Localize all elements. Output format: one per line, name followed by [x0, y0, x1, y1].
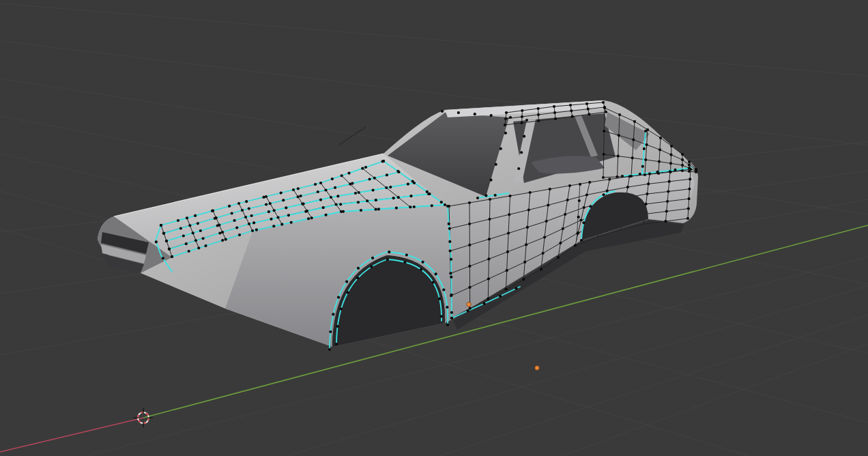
mesh-vertex[interactable]	[589, 205, 592, 208]
mesh-vertex[interactable]	[371, 257, 374, 259]
mesh-vertex[interactable]	[432, 281, 435, 284]
mesh-vertex[interactable]	[354, 192, 357, 195]
mesh-vertex[interactable]	[194, 239, 197, 242]
mesh-vertex[interactable]	[526, 226, 529, 229]
mesh-vertex[interactable]	[192, 231, 194, 234]
mesh-vertex[interactable]	[372, 189, 375, 192]
mesh-vertex[interactable]	[265, 203, 267, 205]
mesh-vertex[interactable]	[238, 233, 241, 236]
mesh-vertex[interactable]	[695, 171, 697, 173]
mesh-vertex[interactable]	[334, 203, 337, 205]
mesh-vertex[interactable]	[282, 199, 285, 201]
mesh-vertex[interactable]	[262, 196, 265, 199]
mesh-vertex[interactable]	[504, 124, 506, 126]
mesh-vertex[interactable]	[329, 330, 332, 333]
mesh-vertex[interactable]	[557, 256, 560, 259]
mesh-vertex[interactable]	[521, 109, 523, 112]
mesh-vertex[interactable]	[265, 195, 267, 198]
mesh-vertex[interactable]	[508, 213, 510, 216]
mesh-vertex[interactable]	[361, 167, 364, 170]
mesh-vertex[interactable]	[360, 209, 362, 212]
mesh-vertex[interactable]	[358, 191, 360, 194]
mesh-vertex[interactable]	[468, 223, 471, 225]
mesh-vertex[interactable]	[681, 153, 684, 156]
mesh-vertex[interactable]	[468, 286, 471, 289]
mesh-vertex[interactable]	[366, 199, 368, 202]
mesh-vertex[interactable]	[577, 216, 580, 218]
mesh-vertex[interactable]	[504, 132, 507, 134]
mesh-vertex[interactable]	[529, 191, 532, 194]
mesh-vertex[interactable]	[450, 317, 453, 319]
mesh-vertex[interactable]	[670, 145, 673, 147]
mesh-vertex[interactable]	[185, 242, 188, 245]
mesh-vertex[interactable]	[646, 193, 648, 195]
mesh-vertex[interactable]	[688, 160, 691, 163]
mesh-vertex[interactable]	[375, 199, 377, 201]
mesh-vertex[interactable]	[155, 240, 158, 243]
mesh-vertex[interactable]	[336, 325, 339, 328]
mesh-vertex[interactable]	[523, 135, 525, 138]
mesh-vertex[interactable]	[580, 239, 583, 242]
mesh-vertex[interactable]	[382, 160, 385, 162]
mesh-vertex[interactable]	[435, 272, 437, 275]
3d-viewport[interactable]	[0, 0, 868, 456]
mesh-vertex[interactable]	[542, 252, 545, 255]
mesh-vertex[interactable]	[431, 204, 433, 207]
mesh-vertex[interactable]	[276, 216, 279, 218]
mesh-vertex[interactable]	[325, 214, 328, 216]
mesh-vertex[interactable]	[450, 294, 453, 296]
mesh-vertex[interactable]	[248, 208, 250, 210]
mesh-vertex[interactable]	[689, 177, 691, 180]
mesh-vertex[interactable]	[488, 238, 491, 240]
mesh-vertex[interactable]	[537, 113, 540, 116]
mesh-vertex[interactable]	[585, 102, 588, 105]
mesh-vertex[interactable]	[588, 113, 590, 115]
mesh-vertex[interactable]	[357, 201, 360, 203]
mesh-vertex[interactable]	[160, 224, 162, 227]
mesh-vertex[interactable]	[669, 162, 672, 165]
mesh-vertex[interactable]	[488, 218, 491, 220]
mesh-vertex[interactable]	[409, 205, 411, 208]
mesh-vertex[interactable]	[666, 200, 669, 203]
mesh-vertex[interactable]	[606, 190, 609, 193]
mesh-vertex[interactable]	[179, 227, 182, 230]
mesh-vertex[interactable]	[250, 214, 253, 217]
mesh-vertex[interactable]	[667, 190, 669, 193]
mesh-vertex[interactable]	[162, 232, 165, 235]
mesh-vertex[interactable]	[487, 257, 490, 260]
mesh-vertex[interactable]	[342, 210, 345, 213]
mesh-vertex[interactable]	[570, 109, 573, 112]
mesh-vertex[interactable]	[225, 238, 227, 241]
mesh-vertex[interactable]	[290, 221, 293, 224]
mesh-vertex[interactable]	[484, 195, 487, 197]
mesh-vertex[interactable]	[446, 306, 448, 309]
mesh-vertex[interactable]	[659, 137, 662, 139]
mesh-vertex[interactable]	[314, 183, 317, 186]
mesh-vertex[interactable]	[669, 171, 671, 173]
object-origin-point[interactable]	[467, 302, 471, 307]
mesh-vertex[interactable]	[504, 117, 507, 120]
mesh-vertex[interactable]	[228, 205, 231, 208]
mesh-vertex[interactable]	[319, 182, 322, 184]
mesh-vertex[interactable]	[186, 216, 188, 219]
mesh-vertex[interactable]	[688, 164, 691, 167]
mesh-vertex[interactable]	[467, 309, 469, 312]
object-origin-point[interactable]	[535, 366, 539, 370]
mesh-vertex[interactable]	[324, 188, 327, 191]
mesh-vertex[interactable]	[521, 122, 523, 124]
mesh-vertex[interactable]	[317, 190, 319, 193]
mesh-vertex[interactable]	[386, 173, 388, 176]
mesh-vertex[interactable]	[523, 261, 526, 263]
mesh-vertex[interactable]	[364, 166, 367, 169]
mesh-vertex[interactable]	[438, 298, 441, 300]
mesh-vertex[interactable]	[468, 244, 471, 246]
mesh-vertex[interactable]	[413, 205, 416, 208]
mesh-vertex[interactable]	[304, 210, 307, 213]
mesh-vertex[interactable]	[385, 186, 388, 189]
mesh-vertex[interactable]	[345, 281, 348, 283]
mesh-vertex[interactable]	[405, 253, 408, 256]
mesh-vertex[interactable]	[554, 117, 557, 120]
mesh-vertex[interactable]	[616, 175, 618, 178]
mesh-vertex[interactable]	[644, 158, 647, 161]
mesh-vertex[interactable]	[335, 343, 338, 345]
